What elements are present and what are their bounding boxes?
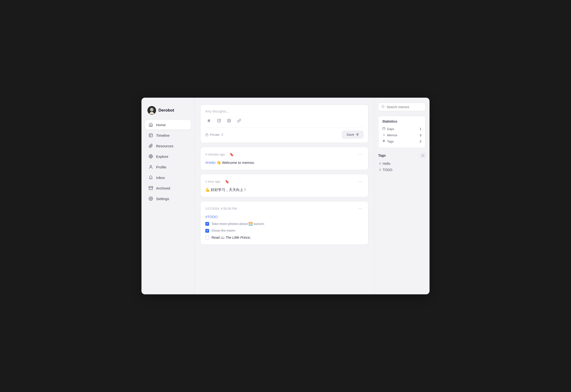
tags-hash-icon [382,139,385,143]
stat-memos-label: Memos [387,133,397,137]
todo-checkbox-2[interactable] [205,229,209,233]
stat-label-days: Days [382,127,394,131]
svg-point-1 [150,108,153,111]
memo-timestamp-3: 1/17/2024, 6:50:00 PM [205,207,237,210]
memo-more-button-2[interactable]: ··· [357,179,363,184]
sidebar-item-explore[interactable]: Explore [145,152,191,161]
svg-rect-5 [149,134,152,137]
memo-meta-3: 1/17/2024, 6:50:00 PM [205,207,237,210]
svg-rect-11 [149,186,153,187]
memo-more-button-3[interactable]: ··· [357,206,363,211]
memo-timestamp-1: 4 minutes ago [205,153,225,156]
memos-chart-icon [382,133,385,137]
memo-header-2: 1 hour ago · 🔖 ··· [205,179,363,184]
stat-days-value: 1 [420,127,421,131]
memo-bookmark-1[interactable]: 🔖 [230,153,234,156]
memo-bookmark-2[interactable]: 🔖 [225,180,229,183]
sidebar-title: Derobot [159,108,174,113]
statistics-section: Statistics Days 1 [378,116,425,148]
search-icon [381,105,385,109]
memo-content-1: #Hello 👋 Welcome to memos. [205,160,363,166]
sidebar-item-explore-label: Explore [156,154,168,159]
compose-hash-button[interactable] [205,117,213,124]
sidebar-item-settings[interactable]: Settings [145,194,191,203]
sidebar-item-inbox-label: Inbox [156,176,165,180]
compose-save-button[interactable]: Save [342,131,363,139]
memo-tag-hello[interactable]: #Hello [205,160,216,165]
svg-rect-21 [206,134,208,136]
stat-tags-value: 2 [420,140,421,143]
svg-point-10 [150,165,151,167]
calendar-icon [382,127,385,131]
sidebar-item-timeline-label: Timeline [156,133,170,138]
sidebar-item-profile-label: Profile [156,165,166,169]
sidebar-item-settings-label: Settings [156,197,169,201]
sidebar-item-resources[interactable]: Resources [145,141,191,151]
tag-label-hello: Hello [383,162,390,166]
tags-add-button[interactable]: + [420,153,425,158]
home-icon [148,122,153,127]
svg-rect-18 [218,119,220,122]
tag-hash-hello: # [379,162,381,166]
todo-item-3: Read 📖 The Little Prince; [205,235,363,240]
svg-line-25 [384,107,384,108]
memo-card-3: 1/17/2024, 6:50:00 PM ··· #TODO Take mor… [200,201,368,245]
svg-line-16 [208,119,208,122]
sidebar-item-profile[interactable]: Profile [145,162,191,172]
stat-memos-value: 3 [420,133,421,137]
svg-point-4 [152,109,153,110]
todo-item-2: Clean the room; [205,228,363,233]
stat-tags-label: Tags [387,140,394,143]
sidebar-item-home-label: Home [156,123,166,127]
sidebar-item-home[interactable]: Home [145,120,191,129]
search-box[interactable] [378,103,425,111]
memo-header-1: 4 minutes ago · 🔖 ··· [205,151,363,157]
sidebar-item-timeline[interactable]: Timeline [145,130,191,140]
resources-icon [148,143,153,148]
profile-icon [148,165,153,169]
compose-todo-button[interactable] [215,117,223,124]
tag-item-todo[interactable]: # TODO [378,167,425,173]
memo-meta-1: 4 minutes ago · 🔖 [205,153,234,156]
svg-line-17 [209,119,209,122]
settings-icon [148,196,153,201]
svg-rect-26 [383,127,385,130]
todo-checkbox-1[interactable] [205,222,209,226]
compose-privacy-selector[interactable]: Private [205,133,224,137]
tags-section: Tags + # Hello # TODO [378,152,425,174]
todo-text-1: Take more photos about 🌅 sunset; [212,221,264,226]
tags-header: Tags + [378,153,425,158]
memo-content-2: 💪 好好学习，天天向上！ [205,187,363,193]
search-input[interactable] [387,105,422,109]
timeline-icon [148,133,153,138]
compose-placeholder[interactable]: Any thoughts... [205,109,363,113]
memo-header-3: 1/17/2024, 6:50:00 PM ··· [205,206,363,211]
sidebar-logo: Derobot [145,105,191,119]
sidebar: Derobot Home Timeline [142,98,194,294]
explore-icon [148,154,153,159]
tag-label-todo: TODO [383,168,392,172]
compose-footer: Private Save [205,128,363,139]
todo-checkbox-3[interactable] [205,236,209,239]
sidebar-item-resources-label: Resources [156,144,173,148]
memo-content-3: #TODO Take more photos about 🌅 sunset; C… [205,214,363,240]
compose-link-button[interactable] [235,117,243,124]
sidebar-item-inbox[interactable]: Inbox [145,173,191,182]
compose-image-button[interactable] [225,117,233,124]
svg-point-20 [228,120,229,120]
compose-toolbar [205,117,363,124]
tags-title: Tags [378,154,386,157]
memo-card-2: 1 hour ago · 🔖 ··· 💪 好好学习，天天向上！ [200,174,368,197]
stat-label-memos: Memos [382,133,397,137]
right-sidebar: Statistics Days 1 [374,98,429,294]
svg-line-36 [384,140,384,142]
stat-row-tags: Tags 2 [382,138,421,144]
memo-more-button-1[interactable]: ··· [357,151,363,157]
memo-tag-todo[interactable]: #TODO [205,215,218,219]
compose-save-label: Save [347,133,354,137]
tag-item-hello[interactable]: # Hello [378,160,425,167]
memo-meta-2: 1 hour ago · 🔖 [205,180,229,183]
todo-text-3: Read 📖 The Little Prince; [212,235,251,240]
sidebar-item-archived[interactable]: Archived [145,183,191,193]
statistics-title: Statistics [382,119,421,123]
